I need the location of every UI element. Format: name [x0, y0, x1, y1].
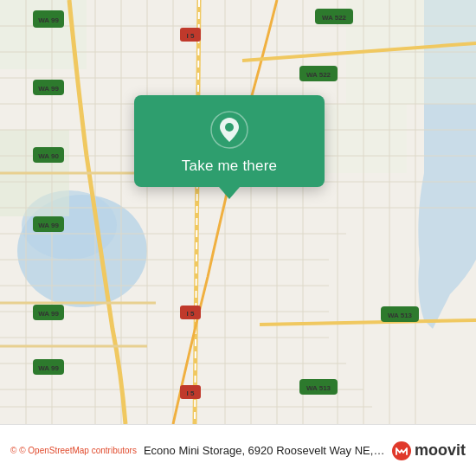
- svg-text:I 5: I 5: [187, 32, 195, 40]
- map-container: WA 99 I 5 WA 522 WA 99 WA 522 WA 90 WA 9…: [0, 0, 476, 424]
- svg-text:WA 522: WA 522: [322, 14, 347, 22]
- svg-text:WA 99: WA 99: [38, 85, 59, 93]
- svg-text:WA 513: WA 513: [388, 312, 413, 319]
- svg-text:WA 90: WA 90: [38, 152, 59, 160]
- svg-text:WA 522: WA 522: [306, 71, 331, 79]
- svg-text:I 5: I 5: [187, 389, 195, 397]
- moovit-logo: moovit: [392, 441, 466, 460]
- location-pin-icon: [210, 111, 248, 149]
- moovit-icon: [392, 441, 411, 460]
- svg-text:WA 99: WA 99: [38, 310, 59, 318]
- osm-credit: © © OpenStreetMap contributors: [10, 446, 137, 455]
- location-name: Econo Mini Storage, 6920 Roosevelt Way N…: [144, 444, 385, 457]
- bottom-bar: © © OpenStreetMap contributors Econo Min…: [0, 424, 476, 476]
- svg-text:I 5: I 5: [187, 310, 195, 318]
- svg-point-71: [225, 123, 234, 132]
- moovit-label: moovit: [415, 441, 466, 460]
- svg-text:WA 99: WA 99: [38, 222, 59, 229]
- location-popup[interactable]: Take me there: [134, 95, 325, 187]
- take-me-there-button[interactable]: Take me there: [182, 158, 277, 175]
- svg-text:WA 99: WA 99: [38, 364, 59, 372]
- svg-text:WA 513: WA 513: [306, 384, 331, 392]
- svg-text:WA 99: WA 99: [38, 16, 59, 24]
- osm-copyright-symbol: ©: [10, 446, 16, 455]
- osm-credit-text: © OpenStreetMap contributors: [19, 446, 137, 455]
